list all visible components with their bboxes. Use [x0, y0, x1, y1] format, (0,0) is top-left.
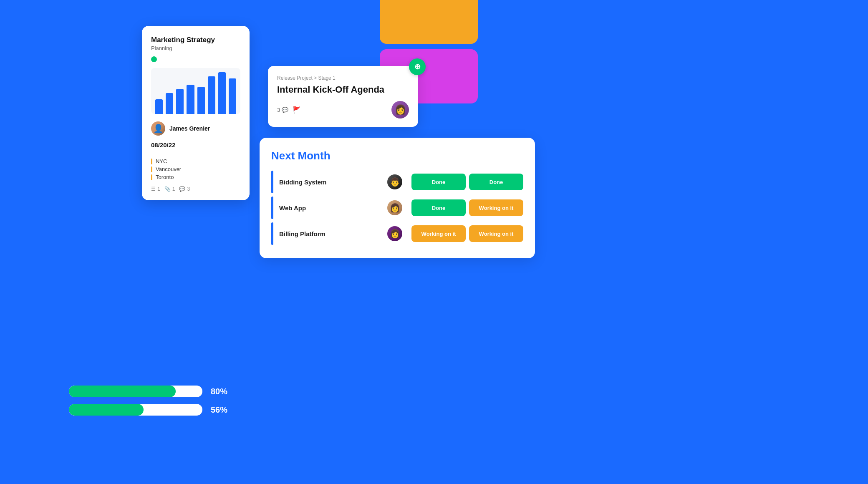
progress-bar-bg-1: [69, 386, 202, 397]
bar-1: [155, 99, 163, 114]
attachment-icon: 📎 1: [164, 186, 175, 192]
next-month-card: Next Month Bidding System 👨 Done Done We…: [260, 138, 535, 258]
next-month-title: Next Month: [271, 149, 523, 162]
project-avatar: 👩: [387, 200, 402, 215]
list-item: Toronto: [151, 174, 240, 180]
bar-7: [218, 72, 226, 114]
task-title: Internal Kick-Off Agenda: [277, 84, 409, 95]
task-card[interactable]: Release Project > Stage 1 Internal Kick-…: [268, 66, 418, 127]
move-handle[interactable]: ⊕: [409, 58, 426, 75]
list-icon: ☰ 1: [151, 186, 160, 192]
progress-bar-fill-2: [69, 404, 144, 416]
flag-icon: 🚩: [293, 106, 301, 114]
bar-6: [208, 76, 215, 114]
project-name: Billing Platform: [279, 230, 387, 237]
progress-bar-bg-2: [69, 404, 202, 416]
progress-row-1: 80%: [69, 386, 227, 397]
breadcrumb: Release Project > Stage 1: [277, 75, 409, 81]
list-item: Vancouver: [151, 166, 240, 172]
status-badge-2[interactable]: Working on it: [469, 225, 523, 242]
bar-2: [166, 93, 173, 114]
status-badge-2[interactable]: Working on it: [469, 199, 523, 216]
bar-chart: [151, 68, 240, 114]
assignee-avatar: 👩: [391, 101, 409, 118]
user-name: James Grenier: [169, 125, 210, 132]
status-badge-1[interactable]: Working on it: [411, 225, 466, 242]
task-meta: 3 💬 🚩: [277, 106, 301, 114]
row-indicator: [271, 171, 273, 193]
card-footer: ☰ 1 📎 1 💬 3: [151, 186, 240, 192]
location-list: NYC Vancouver Toronto: [151, 158, 240, 180]
bar-8: [229, 78, 236, 114]
user-info: 👤 James Grenier: [151, 121, 240, 136]
progress-label-2: 56%: [211, 405, 227, 415]
table-row: Web App 👩 Done Working on it: [271, 197, 523, 219]
comment-count: 3 💬: [277, 107, 288, 113]
bar-4: [187, 85, 194, 114]
card-subtitle: Planning: [151, 45, 240, 51]
marketing-strategy-card: Marketing Strategy Planning 👤 James Gren…: [142, 26, 250, 200]
project-name: Bidding System: [279, 179, 387, 186]
project-name: Web App: [279, 204, 387, 212]
progress-label-1: 80%: [211, 387, 227, 396]
status-badge-2[interactable]: Done: [469, 174, 523, 190]
bg-orange-rect: [380, 0, 478, 44]
bar-3: [176, 89, 184, 114]
status-badge-1[interactable]: Done: [411, 174, 466, 190]
status-indicator: [151, 56, 157, 62]
avatar: 👤: [151, 121, 165, 136]
task-card-footer: 3 💬 🚩 👩: [277, 101, 409, 118]
comment-icon: 💬 3: [179, 186, 190, 192]
table-row: Bidding System 👨 Done Done: [271, 171, 523, 193]
progress-bars: 80% 56%: [69, 386, 227, 422]
row-indicator: [271, 222, 273, 245]
table-row: Billing Platform 👩 Working on it Working…: [271, 222, 523, 245]
row-indicator: [271, 197, 273, 219]
bar-5: [197, 87, 205, 114]
project-avatar: 👨: [387, 174, 402, 189]
status-badge-1[interactable]: Done: [411, 199, 466, 216]
comment-count-number: 3: [277, 107, 280, 113]
progress-bar-fill-1: [69, 386, 176, 397]
list-item: NYC: [151, 158, 240, 164]
project-avatar: 👩: [387, 226, 402, 241]
card-title: Marketing Strategy: [151, 36, 240, 44]
date: 08/20/22: [151, 141, 240, 153]
progress-row-2: 56%: [69, 404, 227, 416]
